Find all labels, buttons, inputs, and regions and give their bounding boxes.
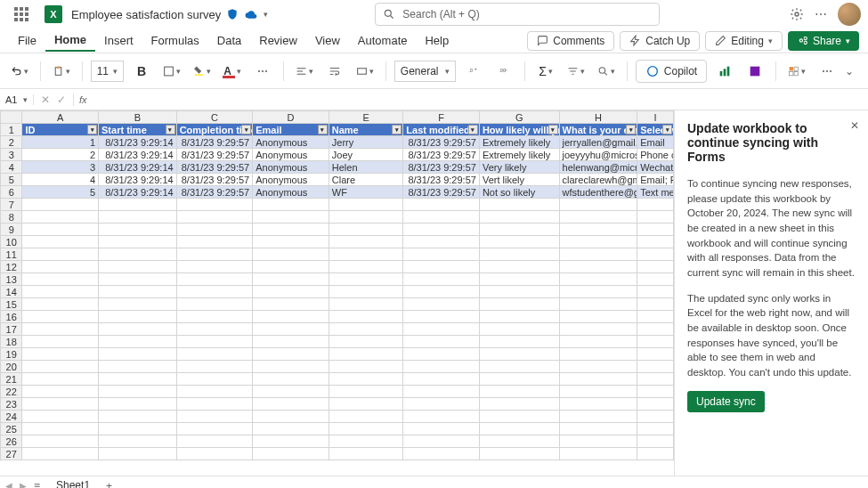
cell[interactable]: 8/31/23 9:29:57 bbox=[176, 186, 253, 199]
cell[interactable] bbox=[637, 311, 674, 323]
cell[interactable]: 8/31/23 9:29:14 bbox=[99, 186, 177, 199]
table-header-cell[interactable]: Email▾ bbox=[253, 124, 329, 136]
cell[interactable] bbox=[329, 435, 403, 448]
cell[interactable] bbox=[176, 261, 253, 273]
cell[interactable] bbox=[253, 248, 329, 261]
menu-review[interactable]: Review bbox=[250, 30, 306, 51]
cell[interactable] bbox=[559, 236, 637, 248]
cell[interactable]: 2 bbox=[22, 149, 99, 161]
col-header[interactable]: H bbox=[559, 111, 637, 124]
cell[interactable] bbox=[22, 236, 99, 248]
menu-home[interactable]: Home bbox=[45, 29, 95, 52]
cell[interactable] bbox=[479, 211, 559, 224]
cell[interactable] bbox=[99, 361, 177, 373]
cell[interactable] bbox=[253, 224, 329, 236]
cancel-formula-icon[interactable]: ✕ bbox=[41, 94, 50, 106]
cell[interactable]: 4 bbox=[22, 174, 99, 186]
cell[interactable]: 8/31/23 9:29:14 bbox=[99, 161, 177, 174]
cell[interactable] bbox=[176, 224, 253, 236]
col-header[interactable]: F bbox=[403, 111, 480, 124]
cell[interactable] bbox=[329, 261, 403, 273]
filter-icon[interactable]: ▾ bbox=[87, 125, 97, 134]
cell[interactable] bbox=[403, 311, 480, 323]
cell-styles-button[interactable]: ▾ bbox=[784, 59, 809, 84]
cell[interactable] bbox=[559, 361, 637, 373]
cell[interactable] bbox=[479, 435, 559, 448]
update-sync-button[interactable]: Update sync bbox=[687, 391, 765, 412]
cell[interactable]: Wechat bbox=[637, 161, 674, 174]
col-header[interactable]: E bbox=[329, 111, 403, 124]
sheet-tab[interactable]: Sheet1 bbox=[47, 477, 99, 489]
row-header[interactable]: 25 bbox=[1, 423, 22, 435]
cell[interactable] bbox=[637, 298, 674, 311]
cell[interactable]: Text me bbox=[637, 186, 674, 199]
cell[interactable] bbox=[253, 348, 329, 361]
cell[interactable] bbox=[99, 261, 177, 273]
table-header-cell[interactable]: What is your email▾ bbox=[559, 124, 637, 136]
row-header[interactable]: 21 bbox=[1, 373, 22, 386]
menu-help[interactable]: Help bbox=[416, 30, 458, 51]
cell[interactable] bbox=[329, 248, 403, 261]
cell[interactable] bbox=[637, 248, 674, 261]
formula-bar[interactable] bbox=[93, 89, 868, 110]
row-header[interactable]: 3 bbox=[1, 149, 22, 161]
row-header[interactable]: 26 bbox=[1, 435, 22, 448]
cell[interactable] bbox=[329, 423, 403, 435]
cell[interactable] bbox=[22, 398, 99, 411]
cell[interactable]: Anonymous bbox=[253, 186, 329, 199]
editing-button[interactable]: Editing▾ bbox=[705, 31, 783, 51]
row-header[interactable]: 10 bbox=[1, 236, 22, 248]
cell[interactable] bbox=[329, 224, 403, 236]
cell[interactable] bbox=[479, 323, 559, 336]
copilot-button[interactable]: Copilot bbox=[636, 60, 707, 83]
row-header[interactable]: 12 bbox=[1, 261, 22, 273]
row-header[interactable]: 16 bbox=[1, 311, 22, 323]
cell[interactable] bbox=[329, 211, 403, 224]
cell[interactable]: 5 bbox=[22, 186, 99, 199]
cell[interactable] bbox=[176, 386, 253, 398]
cell[interactable] bbox=[22, 411, 99, 423]
filter-icon[interactable]: ▾ bbox=[241, 125, 251, 134]
cell[interactable] bbox=[559, 311, 637, 323]
cell[interactable] bbox=[99, 448, 177, 460]
cell[interactable] bbox=[559, 386, 637, 398]
cell[interactable] bbox=[403, 261, 480, 273]
comments-button[interactable]: Comments bbox=[527, 31, 614, 51]
cell[interactable] bbox=[479, 361, 559, 373]
col-header[interactable]: D bbox=[253, 111, 329, 124]
cell[interactable] bbox=[176, 348, 253, 361]
cell[interactable]: 8/31/23 9:29:14 bbox=[99, 136, 177, 149]
cell[interactable] bbox=[479, 423, 559, 435]
cell[interactable] bbox=[329, 298, 403, 311]
align-button[interactable]: ▾ bbox=[292, 59, 317, 84]
cell[interactable] bbox=[176, 435, 253, 448]
cell[interactable] bbox=[479, 336, 559, 348]
cell[interactable] bbox=[637, 423, 674, 435]
cell[interactable] bbox=[479, 261, 559, 273]
table-header-cell[interactable]: Name▾ bbox=[329, 124, 403, 136]
cell[interactable]: WF bbox=[329, 186, 403, 199]
cell[interactable]: joeyyyhu@microso bbox=[559, 149, 637, 161]
row-header[interactable]: 13 bbox=[1, 273, 22, 286]
cell[interactable] bbox=[253, 273, 329, 286]
prev-sheet-icon[interactable]: ◀ bbox=[5, 481, 12, 488]
cell[interactable] bbox=[99, 211, 177, 224]
row-header[interactable]: 14 bbox=[1, 286, 22, 298]
paste-button[interactable]: ▾ bbox=[49, 59, 74, 84]
cell[interactable] bbox=[403, 298, 480, 311]
cell[interactable] bbox=[637, 323, 674, 336]
title-chevron-icon[interactable]: ▾ bbox=[264, 10, 268, 19]
cell[interactable] bbox=[637, 411, 674, 423]
cell[interactable] bbox=[403, 323, 480, 336]
cell[interactable] bbox=[637, 236, 674, 248]
cell[interactable] bbox=[403, 248, 480, 261]
cell[interactable] bbox=[479, 398, 559, 411]
cell[interactable] bbox=[403, 398, 480, 411]
cell[interactable] bbox=[403, 386, 480, 398]
borders-button[interactable]: ▾ bbox=[159, 59, 184, 84]
cell[interactable] bbox=[253, 423, 329, 435]
cell[interactable] bbox=[329, 323, 403, 336]
cell[interactable] bbox=[403, 448, 480, 460]
filter-icon[interactable]: ▾ bbox=[166, 125, 175, 134]
cell[interactable] bbox=[176, 323, 253, 336]
